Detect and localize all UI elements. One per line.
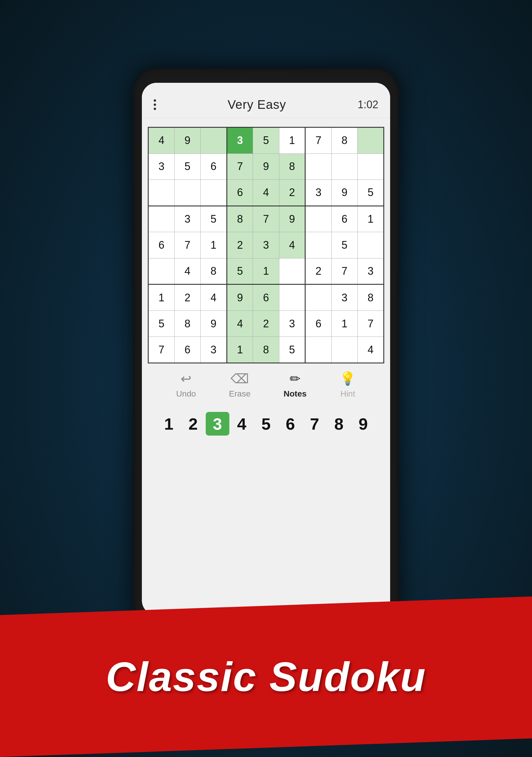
cell-8-5[interactable]: 5	[279, 337, 305, 363]
hint-icon: 💡	[340, 371, 356, 386]
cell-2-7[interactable]: 9	[331, 180, 358, 206]
cell-8-3[interactable]: 1	[227, 337, 253, 363]
toolbar: ↩ Undo ⌫ Erase ✏ Notes 💡 Hint	[148, 363, 384, 406]
cell-4-3[interactable]: 2	[227, 232, 253, 258]
cell-5-3[interactable]: 5	[227, 258, 253, 285]
cell-7-7[interactable]: 1	[331, 311, 358, 337]
cell-8-7[interactable]	[331, 337, 358, 363]
cell-1-0[interactable]: 3	[148, 153, 175, 180]
cell-6-4[interactable]: 6	[253, 285, 279, 311]
top-bar: Very Easy 1:02	[142, 83, 390, 118]
erase-tool[interactable]: ⌫ Erase	[229, 371, 251, 399]
cell-7-3[interactable]: 4	[227, 311, 253, 337]
cell-2-2[interactable]	[201, 180, 227, 206]
cell-3-4[interactable]: 7	[253, 206, 279, 232]
cell-3-1[interactable]: 3	[174, 206, 201, 232]
cell-4-0[interactable]: 6	[148, 232, 175, 258]
cell-0-7[interactable]: 8	[331, 128, 358, 154]
cell-6-0[interactable]: 1	[148, 285, 175, 311]
cell-8-1[interactable]: 6	[174, 337, 201, 363]
num-btn-8[interactable]: 8	[327, 412, 351, 436]
cell-3-7[interactable]: 6	[331, 206, 358, 232]
cell-0-6[interactable]: 7	[305, 128, 332, 154]
cell-0-3[interactable]: 3	[227, 128, 253, 154]
cell-0-8[interactable]	[358, 128, 384, 154]
cell-5-2[interactable]: 8	[201, 258, 227, 285]
cell-1-7[interactable]	[331, 153, 358, 180]
cell-2-8[interactable]: 5	[358, 180, 384, 206]
cell-0-2[interactable]	[201, 128, 227, 154]
cell-6-1[interactable]: 2	[174, 285, 201, 311]
cell-1-4[interactable]: 9	[253, 153, 279, 180]
cell-2-4[interactable]: 4	[253, 180, 279, 206]
num-btn-9[interactable]: 9	[351, 412, 375, 436]
cell-4-5[interactable]: 4	[279, 232, 305, 258]
num-btn-7[interactable]: 7	[303, 412, 326, 436]
cell-3-5[interactable]: 9	[279, 206, 305, 232]
cell-6-8[interactable]: 8	[358, 285, 384, 311]
cell-8-4[interactable]: 8	[253, 337, 279, 363]
notes-tool[interactable]: ✏ Notes	[284, 371, 307, 399]
num-btn-1[interactable]: 1	[157, 412, 181, 436]
cell-1-5[interactable]: 8	[279, 153, 305, 180]
hint-tool[interactable]: 💡 Hint	[340, 371, 356, 399]
cell-2-1[interactable]	[174, 180, 201, 206]
cell-4-1[interactable]: 7	[174, 232, 201, 258]
cell-5-5[interactable]	[279, 258, 305, 285]
cell-5-6[interactable]: 2	[305, 258, 332, 285]
notes-label: Notes	[284, 389, 307, 399]
cell-5-4[interactable]: 1	[253, 258, 279, 285]
cell-7-6[interactable]: 6	[305, 311, 332, 337]
cell-4-6[interactable]	[305, 232, 332, 258]
cell-1-6[interactable]	[305, 153, 332, 180]
cell-8-8[interactable]: 4	[358, 337, 384, 363]
cell-8-0[interactable]: 7	[148, 337, 175, 363]
cell-1-8[interactable]	[358, 153, 384, 180]
cell-5-8[interactable]: 3	[358, 258, 384, 285]
cell-2-6[interactable]: 3	[305, 180, 332, 206]
cell-1-2[interactable]: 6	[201, 153, 227, 180]
num-btn-6[interactable]: 6	[279, 412, 302, 436]
cell-5-0[interactable]	[148, 258, 175, 285]
cell-4-8[interactable]	[358, 232, 384, 258]
num-btn-3[interactable]: 3	[206, 412, 229, 436]
cell-5-1[interactable]: 4	[174, 258, 201, 285]
cell-1-3[interactable]: 7	[227, 153, 253, 180]
cell-5-7[interactable]: 7	[331, 258, 358, 285]
cell-0-0[interactable]: 4	[148, 128, 175, 154]
cell-7-4[interactable]: 2	[253, 311, 279, 337]
cell-3-3[interactable]: 8	[227, 206, 253, 232]
cell-3-6[interactable]	[305, 206, 332, 232]
cell-3-8[interactable]: 1	[358, 206, 384, 232]
cell-0-5[interactable]: 1	[279, 128, 305, 154]
cell-2-3[interactable]: 6	[227, 180, 253, 206]
cell-8-6[interactable]	[305, 337, 332, 363]
cell-6-3[interactable]: 9	[227, 285, 253, 311]
cell-7-5[interactable]: 3	[279, 311, 305, 337]
menu-button[interactable]	[154, 99, 156, 110]
cell-2-0[interactable]	[148, 180, 175, 206]
num-btn-2[interactable]: 2	[181, 412, 205, 436]
cell-4-2[interactable]: 1	[201, 232, 227, 258]
cell-7-1[interactable]: 8	[174, 311, 201, 337]
cell-7-0[interactable]: 5	[148, 311, 175, 337]
cell-6-7[interactable]: 3	[331, 285, 358, 311]
num-btn-4[interactable]: 4	[230, 412, 253, 436]
cell-1-1[interactable]: 5	[174, 153, 201, 180]
cell-0-1[interactable]: 9	[174, 128, 201, 154]
cell-4-7[interactable]: 5	[331, 232, 358, 258]
cell-6-6[interactable]	[305, 285, 332, 311]
cell-3-2[interactable]: 5	[201, 206, 227, 232]
cell-4-4[interactable]: 3	[253, 232, 279, 258]
cell-6-5[interactable]	[279, 285, 305, 311]
sudoku-grid[interactable]: 4935178356798642395358796167123454851273…	[148, 127, 384, 363]
cell-0-4[interactable]: 5	[253, 128, 279, 154]
cell-3-0[interactable]	[148, 206, 175, 232]
cell-8-2[interactable]: 3	[201, 337, 227, 363]
num-btn-5[interactable]: 5	[254, 412, 278, 436]
cell-7-2[interactable]: 9	[201, 311, 227, 337]
cell-2-5[interactable]: 2	[279, 180, 305, 206]
cell-6-2[interactable]: 4	[201, 285, 227, 311]
undo-tool[interactable]: ↩ Undo	[176, 371, 196, 399]
cell-7-8[interactable]: 7	[358, 311, 384, 337]
